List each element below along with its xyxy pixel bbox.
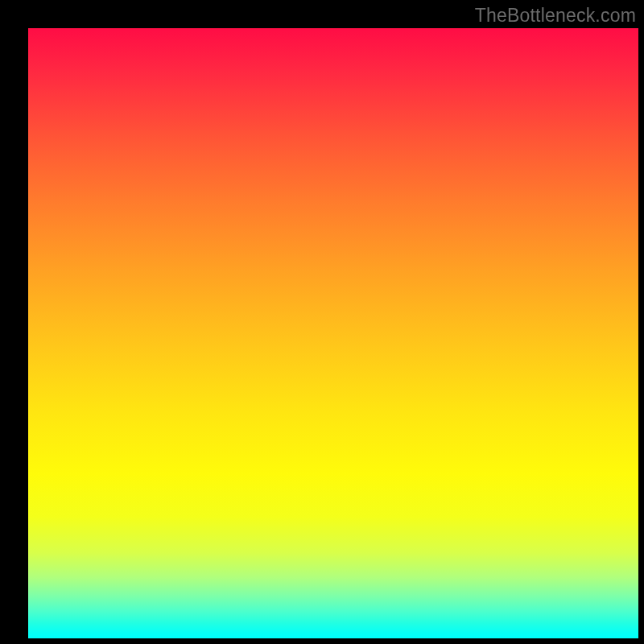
chart-frame: TheBottleneck.com [0, 0, 644, 644]
background-gradient [28, 28, 638, 638]
plot-area [28, 28, 638, 638]
watermark-text: TheBottleneck.com [475, 5, 636, 27]
